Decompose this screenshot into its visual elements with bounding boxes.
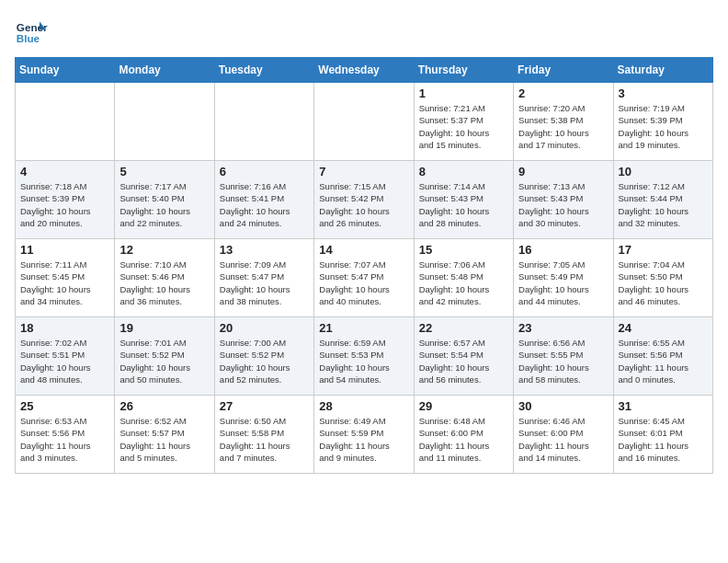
day-info: Sunrise: 6:50 AM Sunset: 5:58 PM Dayligh… [220,415,309,464]
calendar-cell: 1Sunrise: 7:21 AM Sunset: 5:37 PM Daylig… [414,83,513,161]
calendar-week-5: 25Sunrise: 6:53 AM Sunset: 5:56 PM Dayli… [16,396,713,474]
calendar-cell: 30Sunrise: 6:46 AM Sunset: 6:00 PM Dayli… [514,396,613,474]
calendar-cell: 3Sunrise: 7:19 AM Sunset: 5:39 PM Daylig… [613,83,712,161]
weekday-header-monday: Monday [115,58,214,83]
calendar: SundayMondayTuesdayWednesdayThursdayFrid… [15,57,713,474]
calendar-cell [214,83,313,161]
weekday-header-sunday: Sunday [16,58,115,83]
day-number: 10 [619,165,708,178]
day-number: 6 [220,165,309,178]
day-info: Sunrise: 6:46 AM Sunset: 6:00 PM Dayligh… [518,415,608,464]
calendar-cell: 22Sunrise: 6:57 AM Sunset: 5:54 PM Dayli… [414,317,513,396]
day-info: Sunrise: 7:13 AM Sunset: 5:43 PM Dayligh… [518,180,608,229]
day-number: 4 [20,165,109,178]
day-number: 24 [619,321,708,335]
calendar-week-4: 18Sunrise: 7:02 AM Sunset: 5:51 PM Dayli… [16,317,713,396]
day-info: Sunrise: 6:59 AM Sunset: 5:53 PM Dayligh… [319,337,408,385]
day-info: Sunrise: 7:10 AM Sunset: 5:46 PM Dayligh… [119,259,209,307]
day-number: 9 [518,165,608,178]
calendar-week-3: 11Sunrise: 7:11 AM Sunset: 5:45 PM Dayli… [16,239,713,317]
day-number: 3 [619,86,708,100]
calendar-cell: 5Sunrise: 7:17 AM Sunset: 5:40 PM Daylig… [115,161,214,239]
day-number: 25 [20,399,109,413]
day-info: Sunrise: 7:21 AM Sunset: 5:37 PM Dayligh… [419,102,508,151]
weekday-header-friday: Friday [514,58,613,83]
day-number: 11 [20,243,109,257]
day-info: Sunrise: 7:09 AM Sunset: 5:47 PM Dayligh… [220,259,309,307]
day-info: Sunrise: 7:06 AM Sunset: 5:48 PM Dayligh… [419,259,508,307]
calendar-cell [115,83,214,161]
day-number: 31 [619,399,708,413]
day-info: Sunrise: 7:04 AM Sunset: 5:50 PM Dayligh… [619,259,708,307]
day-number: 13 [220,243,309,257]
day-number: 20 [220,321,309,335]
day-number: 7 [319,165,408,178]
day-info: Sunrise: 6:56 AM Sunset: 5:55 PM Dayligh… [518,337,608,385]
day-number: 17 [619,243,708,257]
day-info: Sunrise: 7:07 AM Sunset: 5:47 PM Dayligh… [319,259,408,307]
page-header: General Blue [15,15,713,48]
day-info: Sunrise: 6:52 AM Sunset: 5:57 PM Dayligh… [119,415,209,464]
day-info: Sunrise: 7:01 AM Sunset: 5:52 PM Dayligh… [119,337,209,385]
calendar-cell: 16Sunrise: 7:05 AM Sunset: 5:49 PM Dayli… [514,239,613,317]
calendar-cell: 15Sunrise: 7:06 AM Sunset: 5:48 PM Dayli… [414,239,513,317]
day-info: Sunrise: 7:00 AM Sunset: 5:52 PM Dayligh… [220,337,309,385]
day-number: 5 [119,165,209,178]
day-number: 22 [419,321,508,335]
day-info: Sunrise: 6:57 AM Sunset: 5:54 PM Dayligh… [419,337,508,385]
day-info: Sunrise: 7:16 AM Sunset: 5:41 PM Dayligh… [220,180,309,229]
day-number: 18 [20,321,109,335]
weekday-header-wednesday: Wednesday [314,58,414,83]
calendar-cell: 21Sunrise: 6:59 AM Sunset: 5:53 PM Dayli… [314,317,414,396]
calendar-cell: 17Sunrise: 7:04 AM Sunset: 5:50 PM Dayli… [613,239,712,317]
day-number: 15 [419,243,508,257]
weekday-header-thursday: Thursday [414,58,513,83]
weekday-header-row: SundayMondayTuesdayWednesdayThursdayFrid… [16,58,713,83]
day-number: 28 [319,399,408,413]
day-info: Sunrise: 7:18 AM Sunset: 5:39 PM Dayligh… [20,180,109,229]
day-info: Sunrise: 7:17 AM Sunset: 5:40 PM Dayligh… [119,180,209,229]
day-number: 14 [319,243,408,257]
calendar-cell: 11Sunrise: 7:11 AM Sunset: 5:45 PM Dayli… [16,239,115,317]
day-info: Sunrise: 7:15 AM Sunset: 5:42 PM Dayligh… [319,180,408,229]
calendar-cell [16,83,115,161]
calendar-cell: 27Sunrise: 6:50 AM Sunset: 5:58 PM Dayli… [214,396,313,474]
day-info: Sunrise: 7:14 AM Sunset: 5:43 PM Dayligh… [419,180,508,229]
calendar-cell: 8Sunrise: 7:14 AM Sunset: 5:43 PM Daylig… [414,161,513,239]
day-number: 1 [419,86,508,100]
day-number: 16 [518,243,608,257]
day-info: Sunrise: 6:53 AM Sunset: 5:56 PM Dayligh… [20,415,109,464]
weekday-header-saturday: Saturday [613,58,712,83]
calendar-cell: 6Sunrise: 7:16 AM Sunset: 5:41 PM Daylig… [214,161,313,239]
calendar-week-1: 1Sunrise: 7:21 AM Sunset: 5:37 PM Daylig… [16,83,713,161]
calendar-cell: 29Sunrise: 6:48 AM Sunset: 6:00 PM Dayli… [414,396,513,474]
day-number: 8 [419,165,508,178]
day-info: Sunrise: 7:12 AM Sunset: 5:44 PM Dayligh… [619,180,708,229]
day-number: 30 [518,399,608,413]
logo-icon: General Blue [15,15,48,48]
calendar-cell: 10Sunrise: 7:12 AM Sunset: 5:44 PM Dayli… [613,161,712,239]
calendar-cell: 9Sunrise: 7:13 AM Sunset: 5:43 PM Daylig… [514,161,613,239]
day-number: 27 [220,399,309,413]
calendar-cell: 13Sunrise: 7:09 AM Sunset: 5:47 PM Dayli… [214,239,313,317]
calendar-cell: 14Sunrise: 7:07 AM Sunset: 5:47 PM Dayli… [314,239,414,317]
calendar-cell [314,83,414,161]
day-info: Sunrise: 6:55 AM Sunset: 5:56 PM Dayligh… [619,337,708,385]
day-number: 29 [419,399,508,413]
calendar-cell: 20Sunrise: 7:00 AM Sunset: 5:52 PM Dayli… [214,317,313,396]
calendar-cell: 24Sunrise: 6:55 AM Sunset: 5:56 PM Dayli… [613,317,712,396]
svg-text:Blue: Blue [17,32,40,44]
day-info: Sunrise: 7:19 AM Sunset: 5:39 PM Dayligh… [619,102,708,151]
calendar-cell: 2Sunrise: 7:20 AM Sunset: 5:38 PM Daylig… [514,83,613,161]
day-number: 19 [119,321,209,335]
calendar-cell: 25Sunrise: 6:53 AM Sunset: 5:56 PM Dayli… [16,396,115,474]
calendar-cell: 23Sunrise: 6:56 AM Sunset: 5:55 PM Dayli… [514,317,613,396]
day-info: Sunrise: 6:49 AM Sunset: 5:59 PM Dayligh… [319,415,408,464]
day-info: Sunrise: 7:05 AM Sunset: 5:49 PM Dayligh… [518,259,608,307]
day-number: 23 [518,321,608,335]
day-info: Sunrise: 7:11 AM Sunset: 5:45 PM Dayligh… [20,259,109,307]
calendar-cell: 26Sunrise: 6:52 AM Sunset: 5:57 PM Dayli… [115,396,214,474]
weekday-header-tuesday: Tuesday [214,58,313,83]
calendar-cell: 18Sunrise: 7:02 AM Sunset: 5:51 PM Dayli… [16,317,115,396]
calendar-cell: 12Sunrise: 7:10 AM Sunset: 5:46 PM Dayli… [115,239,214,317]
